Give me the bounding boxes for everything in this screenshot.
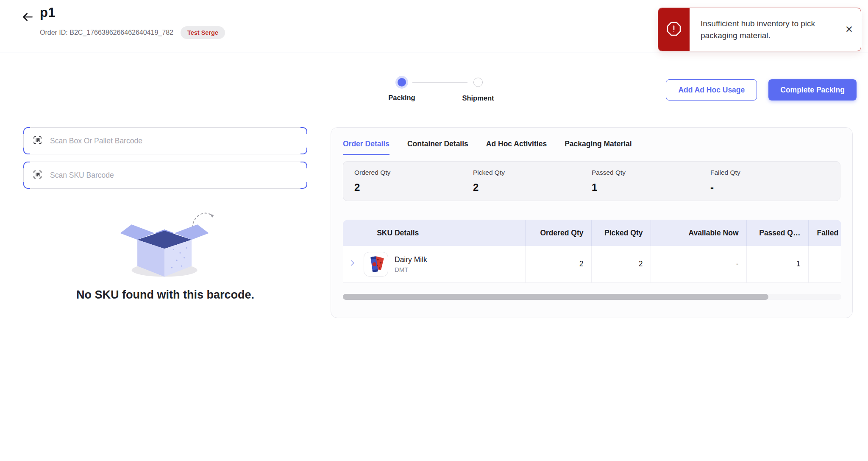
add-ad-hoc-usage-button[interactable]: Add Ad Hoc Usage (666, 79, 757, 101)
col-available-now: Available Now (651, 220, 746, 246)
tab-ad-hoc-activities[interactable]: Ad Hoc Activities (486, 140, 547, 155)
alert-octagon-icon (666, 21, 682, 38)
stat-failed-qty: Failed Qty - (710, 169, 829, 193)
order-row: Order ID: B2C_1766386266462640419_782 Te… (40, 26, 225, 39)
cell-failed-qty (808, 246, 841, 282)
tab-container-details[interactable]: Container Details (407, 140, 468, 155)
stat-ordered-qty: Ordered Qty 2 (354, 169, 473, 193)
step-dot-pending (473, 78, 483, 87)
progress-stepper: Packing Shipment (384, 75, 496, 102)
header-actions: Add Ad Hoc Usage Complete Packing (666, 79, 857, 101)
col-sku-details: SKU Details (343, 220, 525, 246)
scan-box-or-pallet-field[interactable] (23, 127, 307, 154)
cell-ordered-qty: 2 (525, 246, 591, 282)
empty-state-message: No SKU found with this barcode. (23, 288, 307, 302)
scrollbar-thumb[interactable] (343, 294, 768, 300)
table-header-row: SKU Details Ordered Qty Picked Qty Avail… (343, 220, 841, 246)
toast-icon-panel (658, 8, 690, 51)
order-details-card: Order Details Container Details Ad Hoc A… (331, 127, 853, 318)
packing-screen: p1 Order ID: B2C_1766386266462640419_782… (0, 0, 868, 461)
sku-table: SKU Details Ordered Qty Picked Qty Avail… (343, 220, 841, 283)
back-button[interactable] (20, 10, 35, 25)
order-id-text: Order ID: B2C_1766386266462640419_782 (40, 29, 173, 36)
step-packing: Packing (384, 75, 420, 102)
barcode-icon (32, 135, 43, 147)
scan-box-input[interactable] (50, 137, 298, 145)
toast-close-icon[interactable]: ✕ (845, 25, 853, 34)
table-row: Dairy Milk DMT 2 2 - 1 (343, 246, 841, 282)
row-expand-chevron-icon[interactable] (348, 258, 357, 270)
error-toast: Insufficient hub inventory to pick packa… (658, 8, 861, 51)
page-title: p1 (40, 5, 56, 20)
step-label: Packing (388, 94, 415, 102)
cell-picked-qty: 2 (591, 246, 651, 282)
horizontal-scrollbar[interactable] (343, 294, 841, 300)
col-passed-qty: Passed Q… (746, 220, 808, 246)
step-label: Shipment (462, 94, 494, 102)
scan-sku-input[interactable] (50, 171, 298, 180)
stat-picked-qty: Picked Qty 2 (473, 169, 592, 193)
sku-name: Dairy Milk (395, 255, 427, 264)
empty-box-illustration (112, 277, 219, 284)
details-tabs: Order Details Container Details Ad Hoc A… (343, 140, 840, 155)
barcode-icon (32, 169, 43, 182)
complete-packing-button[interactable]: Complete Packing (768, 79, 857, 101)
empty-state: No SKU found with this barcode. (23, 203, 307, 302)
col-ordered-qty: Ordered Qty (525, 220, 591, 246)
scan-panel (23, 127, 307, 196)
qty-summary-card: Ordered Qty 2 Picked Qty 2 Passed Qty 1 … (343, 161, 840, 201)
tab-order-details[interactable]: Order Details (343, 140, 389, 155)
step-dot-active (398, 78, 406, 87)
cell-available-now: - (651, 246, 746, 282)
sku-table-wrapper: SKU Details Ordered Qty Picked Qty Avail… (343, 220, 841, 283)
col-failed: Failed (808, 220, 841, 246)
cell-passed-qty: 1 (746, 246, 808, 282)
step-shipment: Shipment (460, 75, 496, 102)
product-thumbnail (364, 252, 388, 277)
sku-code: DMT (395, 266, 427, 273)
status-badge: Test Serge (181, 26, 225, 39)
back-arrow-icon (21, 19, 34, 25)
stat-passed-qty: Passed Qty 1 (592, 169, 710, 193)
tab-packaging-material[interactable]: Packaging Material (565, 140, 632, 155)
toast-message: Insufficient hub inventory to pick packa… (690, 8, 843, 51)
scan-sku-field[interactable] (23, 162, 307, 189)
sku-cell: Dairy Milk DMT (343, 252, 525, 277)
step-connector (412, 82, 467, 83)
col-picked-qty: Picked Qty (591, 220, 651, 246)
